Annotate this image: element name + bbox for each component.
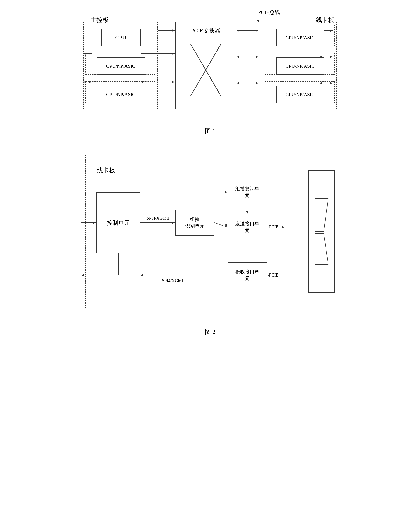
- figure1: PCIE总线: [79, 9, 341, 135]
- spi4-label-top: SPI4/XGMII: [147, 216, 169, 221]
- figure2-caption: 图 2: [79, 328, 341, 336]
- svg-marker-18: [255, 30, 258, 32]
- svg-marker-60: [315, 234, 328, 264]
- pcie-label-recv: PCIE: [269, 273, 278, 278]
- svg-marker-25: [237, 56, 240, 58]
- cross-icon: [184, 37, 228, 103]
- svg-marker-31: [237, 82, 240, 84]
- cross2-icon: [313, 188, 330, 275]
- line-np-box-1: CPU/NP/ASIC: [276, 29, 324, 46]
- control-unit-label: 控制单元: [107, 219, 130, 227]
- recv-interface-label: 接收接口单元: [235, 269, 259, 282]
- pcie-switcher2: [308, 170, 335, 293]
- line-board-label: 线卡板: [316, 16, 334, 24]
- cpu-box: CPU: [101, 29, 141, 46]
- main-np-box-1: CPU/NP/ASIC: [97, 57, 145, 75]
- main-np-label-2: CPU/NP/ASIC: [106, 92, 135, 97]
- svg-marker-3: [172, 29, 175, 31]
- line-np-label-2: CPU/NP/ASIC: [285, 63, 315, 69]
- line-board: 线卡板 CPU/NP/ASIC CPU/NP/ASIC CPU/NP/ASIC: [262, 22, 337, 109]
- multicast-id-box: 组播识别单元: [175, 210, 215, 236]
- main-board-label: 主控板: [90, 16, 109, 24]
- send-interface-label: 发送接口单元: [235, 221, 259, 234]
- multicast-id-label: 组播识别单元: [185, 216, 204, 229]
- send-interface-box: 发送接口单元: [228, 214, 267, 240]
- pcie-label-send: PCIE: [269, 224, 278, 230]
- cpu-label: CPU: [115, 34, 126, 41]
- multicast-copy-label: 组播复制单元: [235, 185, 259, 199]
- main-np-box-2: CPU/NP/ASIC: [97, 86, 145, 103]
- svg-marker-58: [81, 274, 84, 276]
- line-np-box-3: CPU/NP/ASIC: [276, 86, 324, 103]
- line-np-label-3: CPU/NP/ASIC: [285, 92, 315, 97]
- pcie-switcher: PCIE交换器: [175, 22, 236, 109]
- line-card-label: 线卡板: [97, 166, 115, 175]
- line-np-label-1: CPU/NP/ASIC: [285, 35, 315, 40]
- svg-marker-19: [237, 30, 240, 32]
- spi4-label-bottom: SPI4/XGMII: [162, 278, 185, 283]
- svg-marker-9: [172, 53, 175, 55]
- svg-marker-24: [255, 56, 258, 58]
- svg-marker-4: [158, 29, 160, 31]
- svg-marker-30: [255, 82, 258, 84]
- pcie-switcher-label: PCIE交换器: [191, 27, 220, 34]
- recv-interface-box: 接收接口单元: [228, 262, 267, 288]
- pcie-bus-label: PCIE总线: [258, 9, 280, 16]
- svg-marker-1: [257, 20, 259, 23]
- figure1-caption: 图 1: [79, 127, 341, 135]
- svg-marker-15: [172, 81, 175, 83]
- svg-marker-59: [315, 199, 328, 231]
- control-unit-box: 控制单元: [97, 192, 140, 253]
- line-np-box-2: CPU/NP/ASIC: [276, 57, 324, 75]
- multicast-copy-box: 组播复制单元: [228, 179, 267, 205]
- main-board: 主控板 CPU CPU/NP/ASIC CPU/NP/ASIC: [83, 22, 158, 109]
- figure2: 线卡板: [79, 148, 341, 336]
- main-np-label-1: CPU/NP/ASIC: [106, 63, 135, 69]
